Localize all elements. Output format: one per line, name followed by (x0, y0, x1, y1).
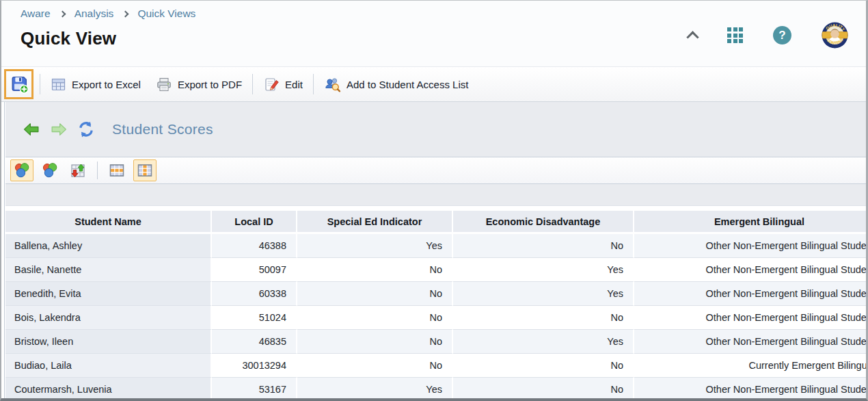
special-ed-indicator-cell[interactable]: No (297, 305, 453, 329)
breadcrumb-item-quick-views[interactable]: Quick Views (137, 8, 195, 20)
view-title: Student Scores (112, 121, 213, 138)
people-search-icon (324, 77, 341, 92)
export-excel-label: Export to Excel (72, 79, 141, 90)
emergent-bilingual-cell[interactable]: Other Non-Emergent Bilingual Student (634, 305, 866, 329)
toolbar-separator (252, 74, 253, 94)
student-name-cell[interactable]: Bristow, Ileen (5, 329, 212, 353)
quick-view-window: Aware Analysis Quick Views Quick View ? (0, 0, 868, 401)
table-row[interactable]: Ballena, Ashley46388YesNoOther Non-Emerg… (5, 233, 866, 257)
page-title: Quick View (21, 28, 195, 49)
edit-button[interactable]: Edit (256, 70, 310, 98)
column-layout-button[interactable] (133, 159, 157, 181)
student-name-cell[interactable]: Bois, Lakendra (5, 305, 212, 329)
collapse-chevron-up-icon[interactable] (686, 31, 699, 43)
economic-disadvantage-cell[interactable]: No (453, 353, 634, 377)
special-ed-indicator-cell[interactable]: Yes (297, 233, 453, 257)
breadcrumb-item-analysis[interactable]: Analysis (74, 8, 114, 20)
export-excel-button[interactable]: Export to Excel (43, 70, 148, 98)
add-to-student-access-list-button[interactable]: Add to Student Access List (316, 70, 476, 98)
summary-circles-alt-button[interactable] (38, 159, 62, 181)
student-name-cell[interactable]: Ballena, Ashley (5, 233, 212, 257)
save-button[interactable] (10, 75, 29, 94)
chevron-right-icon (122, 11, 129, 18)
table-row[interactable]: Bristow, Ileen46835NoYesOther Non-Emerge… (5, 329, 866, 353)
save-button-highlight-box (4, 69, 33, 99)
economic-disadvantage-cell[interactable]: No (453, 233, 634, 257)
special-ed-indicator-cell[interactable]: Yes (297, 377, 453, 401)
local-id-cell[interactable]: 50097 (212, 257, 297, 281)
local-id-cell[interactable]: 30013294 (212, 353, 297, 377)
emergent-bilingual-cell[interactable]: Other Non-Emergent Bilingual Student (634, 377, 866, 401)
edit-label: Edit (285, 79, 303, 90)
student-scores-table-wrap: Student NameLocal IDSpecial Ed Indicator… (5, 211, 866, 401)
economic-disadvantage-column-header[interactable]: Economic Disadvantage (453, 211, 634, 233)
spacer-panel (5, 184, 866, 206)
student-name-cell[interactable]: Basile, Nanette (5, 257, 212, 281)
summary-circles-button[interactable] (10, 159, 33, 181)
economic-disadvantage-cell[interactable]: Yes (453, 257, 634, 281)
table-body: Ballena, Ashley46388YesNoOther Non-Emerg… (5, 233, 866, 401)
emergent-bilingual-cell[interactable]: Other Non-Emergent Bilingual Student (634, 281, 866, 305)
emergent-bilingual-cell[interactable]: Other Non-Emergent Bilingual Student (634, 329, 866, 353)
grid-sort-arrows-icon (70, 162, 86, 179)
local-id-column-header[interactable]: Local ID (212, 211, 297, 233)
table-row[interactable]: Basile, Nanette50097NoYesOther Non-Emerg… (5, 257, 866, 281)
save-disk-icon (10, 75, 29, 94)
economic-disadvantage-cell[interactable]: No (453, 305, 634, 329)
export-pdf-button[interactable]: Export to PDF (148, 70, 249, 98)
row-layout-button[interactable] (105, 159, 128, 181)
emergent-bilingual-cell[interactable]: Other Non-Emergent Bilingual Student (634, 233, 866, 257)
special-ed-indicator-cell[interactable]: No (297, 329, 453, 353)
table-gap (5, 206, 866, 211)
local-id-cell[interactable]: 51024 (212, 305, 297, 329)
toolbar-separator (40, 74, 40, 94)
printer-icon (156, 77, 172, 92)
local-id-cell[interactable]: 53167 (212, 377, 297, 401)
edit-pencil-icon (263, 77, 280, 92)
local-id-cell[interactable]: 46835 (212, 329, 297, 353)
header-actions: ? QUALITY CON (688, 1, 866, 66)
student-name-cell[interactable]: Benedith, Evita (5, 281, 212, 305)
breadcrumb-item-aware[interactable]: Aware (21, 8, 51, 20)
special-ed-indicator-cell[interactable]: No (297, 257, 453, 281)
student-name-cell[interactable]: Budiao, Laila (5, 353, 212, 377)
economic-disadvantage-cell[interactable]: Yes (453, 281, 634, 305)
refresh-button[interactable] (77, 120, 96, 139)
user-avatar[interactable]: QUALITY CONTENT (822, 22, 848, 49)
help-icon[interactable]: ? (773, 26, 791, 44)
special-ed-indicator-cell[interactable]: No (297, 353, 453, 377)
breadcrumb: Aware Analysis Quick Views (21, 8, 195, 20)
special-ed-indicator-column-header[interactable]: Special Ed Indicator (297, 211, 453, 233)
local-id-cell[interactable]: 60338 (212, 281, 297, 305)
toolbar-separator (313, 74, 314, 94)
chevron-right-icon (59, 11, 66, 18)
economic-disadvantage-cell[interactable]: No (453, 377, 634, 401)
export-pdf-label: Export to PDF (178, 79, 242, 90)
access-list-label: Add to Student Access List (347, 79, 468, 90)
table-row-highlight-icon (109, 163, 125, 178)
student-name-column-header[interactable]: Student Name (5, 211, 212, 233)
toolbar-separator (97, 161, 98, 179)
table-row[interactable]: Bois, Lakendra51024NoNoOther Non-Emergen… (5, 305, 866, 329)
special-ed-indicator-cell[interactable]: No (297, 281, 453, 305)
economic-disadvantage-cell[interactable]: Yes (453, 329, 634, 353)
table-row[interactable]: Benedith, Evita60338NoYesOther Non-Emerg… (5, 281, 866, 305)
local-id-cell[interactable]: 46388 (212, 233, 297, 257)
colored-circles-icon (42, 162, 58, 179)
student-name-cell[interactable]: Coutermarsh, Luvenia (5, 377, 212, 401)
emergent-bilingual-cell[interactable]: Other Non-Emergent Bilingual Student (634, 257, 866, 281)
sort-grid-button[interactable] (66, 159, 90, 181)
back-arrow-icon (23, 122, 40, 136)
forward-arrow-button[interactable] (49, 120, 68, 139)
table-row[interactable]: Budiao, Laila30013294NoNoCurrently Emerg… (5, 353, 866, 377)
back-arrow-button[interactable] (22, 120, 41, 139)
refresh-icon (77, 121, 95, 138)
emergent-bilingual-column-header[interactable]: Emergent Bilingual (634, 211, 866, 233)
excel-grid-icon (51, 77, 66, 92)
table-header-row: Student NameLocal IDSpecial Ed Indicator… (5, 211, 866, 233)
table-row[interactable]: Coutermarsh, Luvenia53167YesNoOther Non-… (5, 377, 866, 401)
app-launcher-grid-icon[interactable] (727, 27, 743, 43)
header-left: Aware Analysis Quick Views Quick View (1, 1, 195, 66)
emergent-bilingual-cell[interactable]: Currently Emergent Bilingual (634, 353, 866, 377)
forward-arrow-icon (51, 122, 67, 136)
